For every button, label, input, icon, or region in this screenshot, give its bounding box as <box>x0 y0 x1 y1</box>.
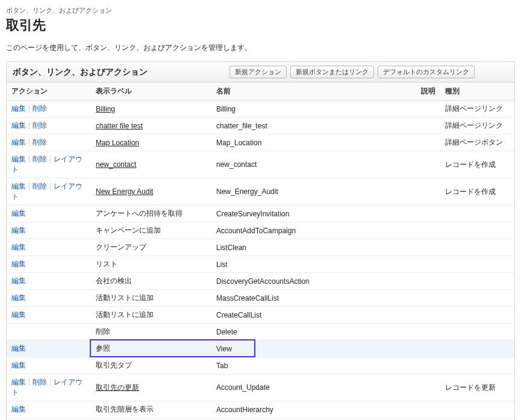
cell-kind: レコードを作成 <box>440 151 514 178</box>
cell-kind <box>440 290 514 307</box>
default-custom-link-button[interactable]: デフォルトのカスタムリンク <box>378 66 475 78</box>
table-row: 編集クリーンアップListClean <box>7 239 514 256</box>
label-link[interactable]: Map Location <box>96 139 139 147</box>
cell-label: 取引先の更新 <box>91 374 211 401</box>
edit-link[interactable]: 編集 <box>11 361 26 369</box>
cell-desc <box>416 178 440 205</box>
cell-kind <box>440 256 514 273</box>
label-text: 取引先タブ <box>96 361 132 369</box>
cell-name: Tab <box>211 357 416 374</box>
separator: | <box>28 104 30 113</box>
edit-link[interactable]: 編集 <box>11 405 26 413</box>
table-row: 編集取引先タブTab <box>7 357 514 374</box>
cell-name: shodan_create <box>211 418 416 421</box>
cell-label: New Energy Audit <box>91 178 211 205</box>
label-text: リスト <box>96 260 117 268</box>
page-title: 取引先 <box>6 16 515 34</box>
label-text: 参照 <box>96 344 110 353</box>
cell-kind <box>440 205 514 222</box>
cell-action: 編集 <box>7 256 91 273</box>
edit-link[interactable]: 編集 <box>11 293 26 302</box>
separator: | <box>28 155 30 163</box>
col-header-kind: 種別 <box>440 83 514 101</box>
cell-desc <box>416 205 440 222</box>
edit-link[interactable]: 編集 <box>11 378 26 386</box>
table-row: 編集|削除|レイアウト取引先の更新Account_Updateレコードを更新 <box>7 374 514 401</box>
separator: | <box>49 378 51 386</box>
label-link[interactable]: Billing <box>96 105 115 113</box>
cell-label: 削除 <box>91 324 211 340</box>
cell-desc <box>416 418 440 421</box>
cell-desc <box>416 401 440 418</box>
label-link[interactable]: chatter file test <box>96 122 143 130</box>
cell-label: 活動リストに追加 <box>91 307 211 324</box>
label-text: キャンペーンに追加 <box>96 226 161 234</box>
delete-link[interactable]: 削除 <box>33 138 47 146</box>
cell-desc <box>416 307 440 324</box>
cell-desc <box>416 151 440 178</box>
cell-action: 編集 <box>7 222 91 239</box>
cell-label: Map Location <box>91 134 211 151</box>
cell-action: 編集|削除|レイアウト <box>7 418 91 421</box>
cell-kind <box>440 340 514 357</box>
cell-name: CreateSurveyInvitation <box>211 205 416 222</box>
cell-label: 参照 <box>91 340 211 357</box>
cell-desc <box>416 324 440 340</box>
separator: | <box>28 182 30 190</box>
edit-link[interactable]: 編集 <box>11 138 26 146</box>
separator: | <box>49 155 51 163</box>
delete-link[interactable]: 削除 <box>33 155 47 163</box>
edit-link[interactable]: 編集 <box>11 155 26 163</box>
edit-link[interactable]: 編集 <box>11 104 26 113</box>
cell-kind: 詳細ページリンク <box>440 101 514 118</box>
panel-buttons: 新規アクション 新規ボタンまたはリンク デフォルトのカスタムリンク <box>229 66 475 78</box>
new-action-button[interactable]: 新規アクション <box>229 66 287 78</box>
label-link[interactable]: 取引先の更新 <box>96 383 139 392</box>
cell-action: 編集|削除 <box>7 134 91 151</box>
table-row: 削除Delete <box>7 324 514 340</box>
cell-desc <box>416 134 440 151</box>
cell-label: クリーンアップ <box>91 239 211 256</box>
cell-name: AccountHierarchy <box>211 401 416 418</box>
edit-link[interactable]: 編集 <box>11 277 26 285</box>
edit-link[interactable]: 編集 <box>11 226 26 234</box>
cell-label: キャンペーンに追加 <box>91 222 211 239</box>
cell-name: MassCreateCallList <box>211 290 416 307</box>
cell-action: 編集|削除 <box>7 118 91 134</box>
edit-link[interactable]: 編集 <box>11 182 26 190</box>
edit-link[interactable]: 編集 <box>11 344 26 353</box>
table-row: 編集|削除|レイアウト商談をカスタム作成shodan_createレコードを作成 <box>7 418 514 421</box>
col-header-name: 名前 <box>211 83 416 101</box>
separator: | <box>28 138 30 146</box>
label-link[interactable]: New Energy Audit <box>96 187 153 196</box>
cell-action: 編集 <box>7 273 91 290</box>
label-link[interactable]: new_contact <box>96 160 136 169</box>
cell-action: 編集|削除|レイアウト <box>7 374 91 401</box>
edit-link[interactable]: 編集 <box>11 310 26 319</box>
table-row: 編集|削除chatter file testchatter_file_test詳… <box>7 118 514 134</box>
separator: | <box>49 182 51 190</box>
table-row: 編集会社の検出DiscoveryGetAccountsAction <box>7 273 514 290</box>
label-text: 活動リストに追加 <box>96 293 154 302</box>
cell-kind: レコードを作成 <box>440 418 514 421</box>
cell-action: 編集 <box>7 205 91 222</box>
edit-link[interactable]: 編集 <box>11 243 26 251</box>
delete-link[interactable]: 削除 <box>33 378 47 386</box>
edit-link[interactable]: 編集 <box>11 260 26 268</box>
new-button-or-link-button[interactable]: 新規ボタンまたはリンク <box>290 66 374 78</box>
delete-link[interactable]: 削除 <box>33 104 47 113</box>
cell-name: Account_Update <box>211 374 416 401</box>
delete-link[interactable]: 削除 <box>33 182 47 190</box>
table-row: 編集|削除|レイアウトNew Energy AuditNew_Energy_Au… <box>7 178 514 205</box>
cell-action <box>7 324 91 340</box>
edit-link[interactable]: 編集 <box>11 209 26 218</box>
separator: | <box>28 378 30 386</box>
delete-link[interactable]: 削除 <box>33 121 47 130</box>
cell-action: 編集 <box>7 239 91 256</box>
edit-link[interactable]: 編集 <box>11 121 26 130</box>
table-row: 編集|削除BillingBilling詳細ページリンク <box>7 101 514 118</box>
cell-kind <box>440 307 514 324</box>
cell-name: DiscoveryGetAccountsAction <box>211 273 416 290</box>
cell-label: 商談をカスタム作成 <box>91 418 211 421</box>
cell-name: ListClean <box>211 239 416 256</box>
